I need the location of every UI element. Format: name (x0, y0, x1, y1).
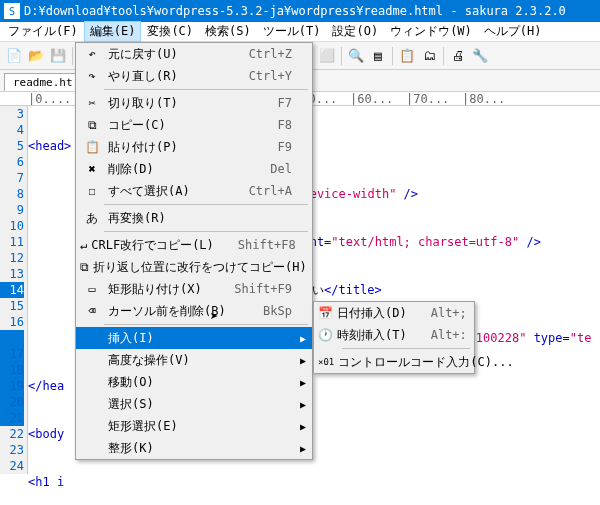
copy-icon: ⧉ (80, 118, 104, 132)
tb-open-icon[interactable]: 📂 (26, 46, 46, 66)
menu-file[interactable]: ファイル(F) (2, 21, 84, 42)
menu-insert-control-code[interactable]: ×01コントロールコード入力(C)... (314, 351, 474, 373)
menu-search[interactable]: 検索(S) (199, 21, 257, 42)
menu-separator (342, 348, 470, 349)
menu-rect-paste[interactable]: ▭矩形貼り付け(X)Shift+F9 (76, 278, 312, 300)
rect-paste-icon: ▭ (80, 282, 104, 296)
line-number: 13 (0, 266, 24, 282)
title-bar: S D:¥download¥tools¥wordpress-5.3.2-ja¥w… (0, 0, 600, 22)
menu-cut[interactable]: ✂切り取り(T)F7 (76, 92, 312, 114)
menu-reconvert[interactable]: あ再変換(R) (76, 207, 312, 229)
line-number: 16 (0, 314, 24, 330)
line-number: 12 (0, 250, 24, 266)
menu-advanced[interactable]: 高度な操作(V)▶ (76, 349, 312, 371)
tb-save-icon[interactable]: 💾 (48, 46, 68, 66)
insert-submenu: 📅日付挿入(D)Alt+; 🕐時刻挿入(T)Alt+: ×01コントロールコード… (313, 301, 475, 374)
menu-window[interactable]: ウィンドウ(W) (384, 21, 478, 42)
menu-separator (104, 89, 308, 90)
toolbar-separator (443, 47, 444, 65)
time-icon: 🕐 (318, 328, 333, 342)
submenu-arrow-icon: ▶ (300, 377, 306, 388)
line-number: 7 (0, 170, 24, 186)
submenu-arrow-icon: ▶ (300, 443, 306, 454)
menu-convert[interactable]: 変換(C) (141, 21, 199, 42)
menu-separator (104, 231, 308, 232)
menu-copy[interactable]: ⧉コピー(C)F8 (76, 114, 312, 136)
menu-separator (104, 324, 308, 325)
menu-rect-select[interactable]: 矩形選択(E)▶ (76, 415, 312, 437)
menu-separator (104, 204, 308, 205)
tb-tool4-icon[interactable]: ▤ (368, 46, 388, 66)
line-number: 20 (0, 394, 24, 410)
menu-settings[interactable]: 設定(O) (326, 21, 384, 42)
line-number: 9 (0, 202, 24, 218)
line-number: 14 (0, 282, 24, 298)
line-number: 8 (0, 186, 24, 202)
menu-select-all[interactable]: ☐すべて選択(A)Ctrl+A (76, 180, 312, 202)
menu-tools[interactable]: ツール(T) (257, 21, 327, 42)
toolbar-separator (72, 47, 73, 65)
line-gutter: 3 4 5 6 7 8 9 10 11 12 13 14 15 16 17 18… (0, 106, 28, 474)
submenu-arrow-icon: ▶ (300, 333, 306, 344)
tb-tool7-icon[interactable]: 🖨 (448, 46, 468, 66)
tab-readme[interactable]: readme.ht (4, 73, 82, 91)
tb-tool2-icon[interactable]: ⬜ (317, 46, 337, 66)
reconvert-icon: あ (80, 210, 104, 227)
line-number: 3 (0, 106, 24, 122)
menu-select[interactable]: 選択(S)▶ (76, 393, 312, 415)
line-number: 19 (0, 378, 24, 394)
line-number: 6 (0, 154, 24, 170)
submenu-arrow-icon: ▶ (300, 421, 306, 432)
line-number: 15 (0, 298, 24, 314)
menu-format[interactable]: 整形(K)▶ (76, 437, 312, 459)
line-number: 5 (0, 138, 24, 154)
delete-icon: ✖ (80, 162, 104, 176)
line-number: 11 (0, 234, 24, 250)
cut-icon: ✂ (80, 96, 104, 110)
selectall-icon: ☐ (80, 184, 104, 198)
tb-tool3-icon[interactable]: 🔍 (346, 46, 366, 66)
menu-delete[interactable]: ✖削除(D)Del (76, 158, 312, 180)
app-icon: S (4, 3, 20, 19)
toolbar-separator (392, 47, 393, 65)
menu-insert-date[interactable]: 📅日付挿入(D)Alt+; (314, 302, 474, 324)
menu-paste[interactable]: 📋貼り付け(P)F9 (76, 136, 312, 158)
line-number: 10 (0, 218, 24, 234)
toolbar-separator (341, 47, 342, 65)
menu-del-before-cursor[interactable]: ⌫カーソル前を削除(B)BkSp (76, 300, 312, 322)
menu-crlf-copy[interactable]: ↵CRLF改行でコピー(L)Shift+F8 (76, 234, 312, 256)
redo-icon: ↷ (80, 69, 104, 83)
wrap-copy-icon: ⧉ (80, 260, 89, 274)
tb-tool8-icon[interactable]: 🔧 (470, 46, 490, 66)
crlf-icon: ↵ (80, 238, 87, 252)
line-number: 23 (0, 442, 24, 458)
submenu-arrow-icon: ▶ (300, 355, 306, 366)
line-number: 22 (0, 426, 24, 442)
menu-undo[interactable]: ↶元に戻す(U)Ctrl+Z (76, 43, 312, 65)
menu-redo[interactable]: ↷やり直し(R)Ctrl+Y (76, 65, 312, 87)
backspace-icon: ⌫ (80, 304, 104, 318)
line-number: 24 (0, 458, 24, 474)
line-number: 18 (0, 362, 24, 378)
line-number: 21 (0, 410, 24, 426)
line-number: 4 (0, 122, 24, 138)
control-code-icon: ×01 (318, 357, 334, 367)
date-icon: 📅 (318, 306, 333, 320)
menu-move[interactable]: 移動(O)▶ (76, 371, 312, 393)
window-title: D:¥download¥tools¥wordpress-5.3.2-ja¥wor… (24, 4, 566, 18)
tb-tool5-icon[interactable]: 📋 (397, 46, 417, 66)
tb-new-icon[interactable]: 📄 (4, 46, 24, 66)
paste-icon: 📋 (80, 140, 104, 154)
menu-help[interactable]: ヘルプ(H) (478, 21, 548, 42)
menu-edit[interactable]: 編集(E) (84, 21, 142, 42)
submenu-arrow-icon: ▶ (300, 399, 306, 410)
menu-insert-time[interactable]: 🕐時刻挿入(T)Alt+: (314, 324, 474, 346)
tb-tool6-icon[interactable]: 🗂 (419, 46, 439, 66)
menu-bar: ファイル(F) 編集(E) 変換(C) 検索(S) ツール(T) 設定(O) ウ… (0, 22, 600, 42)
menu-insert[interactable]: 挿入(I)▶ (76, 327, 312, 349)
menu-wrap-copy[interactable]: ⧉折り返し位置に改行をつけてコピー(H) (76, 256, 312, 278)
line-number: 17 (0, 346, 24, 362)
edit-menu-dropdown: ↶元に戻す(U)Ctrl+Z ↷やり直し(R)Ctrl+Y ✂切り取り(T)F7… (75, 42, 313, 460)
undo-icon: ↶ (80, 47, 104, 61)
